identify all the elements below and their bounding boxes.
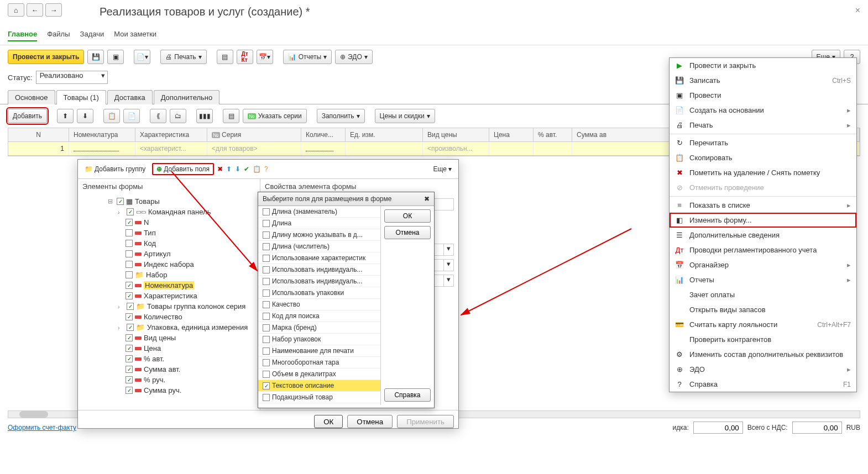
field-picker-list[interactable]: Длина (знаменатель)ДлинаДлину можно указ… xyxy=(258,206,381,405)
check-icon[interactable]: ✔ xyxy=(244,165,249,173)
menu-item[interactable]: 📄Создать на основании▸ xyxy=(670,103,856,118)
col-auto-pct[interactable]: % авт. xyxy=(534,128,572,141)
popup-ok-button[interactable]: ОК xyxy=(384,209,431,223)
prices-button[interactable]: Цены и скидки ▾ xyxy=(375,109,435,123)
add-fields-button[interactable]: ⊕Добавить поля xyxy=(152,163,214,175)
menu-item[interactable]: ⊕ЭДО▸ xyxy=(670,362,856,377)
tree-item[interactable]: 📁Набор xyxy=(82,270,255,280)
tree-item[interactable]: Индекс набора xyxy=(82,259,255,270)
field-picker-item[interactable]: Наименование для печати xyxy=(258,345,380,357)
list-settings-icon[interactable]: ▤ xyxy=(223,109,239,123)
field-picker-item[interactable]: Длину можно указывать в д... xyxy=(258,229,380,241)
col-characteristic[interactable]: Характеристика xyxy=(135,128,207,141)
tree-item[interactable]: Тип xyxy=(82,228,255,238)
print-button[interactable]: 🖨 Печать ▾ xyxy=(160,50,206,64)
tree-item[interactable]: Сумма руч. xyxy=(82,385,255,396)
tree-item[interactable]: ›📁Товары группа колонок серия xyxy=(82,301,255,312)
save-icon[interactable]: 💾 xyxy=(87,50,104,64)
field-picker-item[interactable]: Марка (бренд) xyxy=(258,322,380,334)
popup-help-button[interactable]: Справка xyxy=(384,388,431,402)
invoice-link[interactable]: Оформить счет-факту xyxy=(8,424,76,431)
field-picker-item[interactable]: Использование характеристик xyxy=(258,252,380,264)
tree-item[interactable]: Вид цены xyxy=(82,333,255,343)
menu-item[interactable]: 📊Отчеты▸ xyxy=(670,272,856,287)
menu-item[interactable]: ▶Провести и закрыть xyxy=(670,58,856,73)
tab-notes[interactable]: Мои заметки xyxy=(114,30,156,41)
tree-item[interactable]: Характеристика xyxy=(82,291,255,301)
tree-item[interactable]: ›📁Упаковка, единица измерения xyxy=(82,322,255,333)
share-icon[interactable]: ⟪ xyxy=(150,109,166,123)
delete-icon[interactable]: ✖ xyxy=(217,165,223,173)
post-icon[interactable]: ▣ xyxy=(107,50,124,64)
tree-item[interactable]: ›▭▭Командная панель xyxy=(82,207,255,217)
discount-input[interactable] xyxy=(693,422,743,434)
menu-item[interactable]: ◧Изменить форму... xyxy=(670,213,856,228)
tree-item[interactable]: Цена xyxy=(82,343,255,354)
menu-item[interactable]: ▣Провести xyxy=(670,88,856,103)
close-icon[interactable]: × xyxy=(855,6,860,15)
col-unit[interactable]: Ед. изм. xyxy=(346,128,423,141)
edo-button[interactable]: ⊕ ЭДО ▾ xyxy=(335,50,373,64)
menu-item[interactable]: 🖨Печать▸ xyxy=(670,118,856,133)
col-qty[interactable]: Количе... xyxy=(301,128,346,141)
tree-item[interactable]: N xyxy=(82,217,255,228)
field-picker-item[interactable]: Использовать индивидуаль... xyxy=(258,264,380,276)
field-picker-item[interactable]: Использовать индивидуаль... xyxy=(258,276,380,287)
tree-item[interactable]: Код xyxy=(82,238,255,249)
menu-item[interactable]: 📅Органайзер▸ xyxy=(670,257,856,272)
col-price-type[interactable]: Вид цены xyxy=(423,128,489,141)
menu-item[interactable]: ≡Показать в списке▸ xyxy=(670,198,856,213)
col-series[interactable]: № Серия xyxy=(207,128,301,141)
tab-additional[interactable]: Дополнительно xyxy=(154,90,220,104)
add-group-button[interactable]: 📁Добавить группу xyxy=(81,163,149,175)
menu-item[interactable]: 📋Скопировать xyxy=(670,150,856,165)
menu-item[interactable]: ⚙Изменить состав дополнительных реквизит… xyxy=(670,347,856,362)
menu-item[interactable]: ?СправкаF1 xyxy=(670,377,856,392)
organizer-icon[interactable]: 📅▾ xyxy=(257,50,273,64)
field-picker-item[interactable]: Подакцизный товар xyxy=(258,392,380,403)
tab-tasks[interactable]: Задачи xyxy=(80,30,104,41)
dialog-ok-button[interactable]: ОК xyxy=(314,415,343,428)
menu-item[interactable]: 💾ЗаписатьCtrl+S xyxy=(670,73,856,88)
menu-item[interactable]: Открыть виды запасов xyxy=(670,302,856,317)
menu-item[interactable]: Зачет оплаты xyxy=(670,287,856,302)
dialog-cancel-button[interactable]: Отмена xyxy=(347,415,393,428)
field-picker-item[interactable]: Использовать упаковки xyxy=(258,287,380,299)
tree-item[interactable]: Номенклатура xyxy=(82,280,255,291)
total-input[interactable] xyxy=(792,422,842,434)
series-button[interactable]: № Указать серии xyxy=(243,109,307,123)
field-picker-item[interactable]: Набор упаковок xyxy=(258,334,380,345)
up-icon[interactable]: ⬆ xyxy=(226,165,232,173)
field-picker-item[interactable]: Качество xyxy=(258,299,380,310)
tree-item[interactable]: Сумма авт. xyxy=(82,364,255,375)
fill-button[interactable]: Заполнить ▾ xyxy=(317,109,365,123)
field-picker-item[interactable]: Текстовое описание xyxy=(258,380,380,392)
status-select[interactable]: Реализовано▾ xyxy=(36,71,108,84)
tab-main[interactable]: Главное xyxy=(8,30,37,41)
field-picker-item[interactable]: Длина xyxy=(258,218,380,229)
menu-item[interactable]: 💳Считать карту лояльностиCtrl+Alt+F7 xyxy=(670,317,856,332)
tab-basic[interactable]: Основное xyxy=(8,90,55,104)
popup-cancel-button[interactable]: Отмена xyxy=(384,226,431,239)
menu-item[interactable]: Проверить контрагентов xyxy=(670,332,856,347)
post-and-close-button[interactable]: Провести и закрыть xyxy=(8,50,84,64)
add-row-button[interactable]: Добавить xyxy=(8,109,47,123)
paste-rows-icon[interactable]: 📄 xyxy=(123,109,140,123)
popup-close-icon[interactable]: ✖ xyxy=(424,195,430,203)
col-price[interactable]: Цена xyxy=(489,128,534,141)
tab-delivery[interactable]: Доставка xyxy=(107,90,153,104)
copy-icon[interactable]: 📋 xyxy=(253,165,261,173)
move-up-icon[interactable]: ⬆ xyxy=(57,109,74,123)
field-picker-item[interactable]: Объем в декалитрах xyxy=(258,368,380,380)
qty-cell[interactable] xyxy=(306,145,333,151)
tab-goods[interactable]: Товары (1) xyxy=(56,90,106,104)
dialog-more-button[interactable]: Еще ▾ xyxy=(430,163,455,175)
dialog-apply-button[interactable]: Применить xyxy=(397,415,454,428)
tree-item[interactable]: Артикул xyxy=(82,249,255,259)
down-icon[interactable]: ⬇ xyxy=(235,165,240,173)
field-picker-item[interactable]: Код для поиска xyxy=(258,310,380,322)
tab-files[interactable]: Файлы xyxy=(47,30,70,41)
copy-rows-icon[interactable]: 📋 xyxy=(103,109,120,123)
col-nomenclature[interactable]: Номенклатура xyxy=(69,128,135,141)
reports-button[interactable]: 📊 Отчеты ▾ xyxy=(283,50,332,64)
